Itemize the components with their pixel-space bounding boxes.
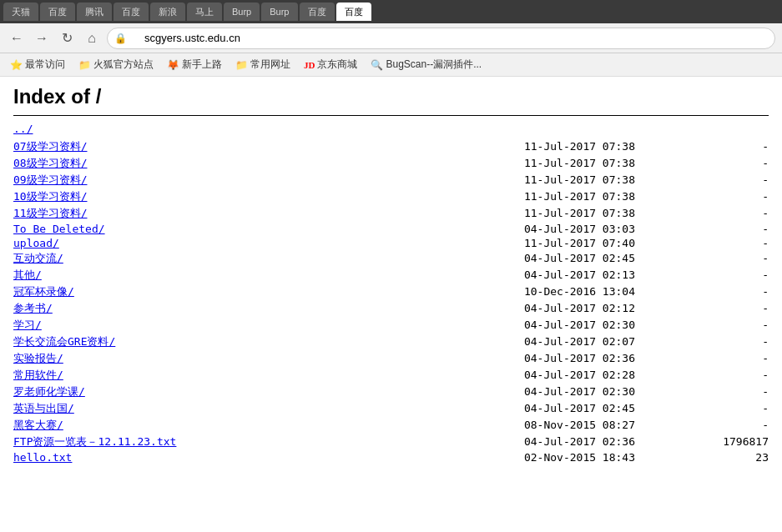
- tab-tencent[interactable]: 腾讯: [77, 3, 112, 21]
- bookmark-jd[interactable]: JD 京东商城: [300, 56, 361, 73]
- tab-burp2[interactable]: Burp: [261, 3, 297, 21]
- file-size: -: [702, 269, 769, 281]
- bookmarks-bar: ⭐ 最常访问 📁 火狐官方站点 🦊 新手上路 📁 常用网址 JD 京东商城 🔍 …: [0, 53, 782, 77]
- bookmark-bugscan[interactable]: 🔍 BugScan--漏洞插件...: [367, 56, 485, 73]
- file-date: 11-Jul-2017 07:38: [197, 157, 702, 169]
- bookmark-zuichang[interactable]: ⭐ 最常访问: [7, 56, 68, 73]
- file-link[interactable]: 参考书/: [13, 301, 197, 316]
- tab-baidu2[interactable]: 百度: [114, 3, 149, 21]
- file-link[interactable]: hello.txt: [13, 451, 197, 464]
- divider: [13, 115, 769, 116]
- file-link[interactable]: 08级学习资料/: [13, 156, 197, 171]
- file-link[interactable]: 冠军杯录像/: [13, 284, 197, 299]
- list-item: To Be Deleted/04-Jul-2017 03:03-: [13, 222, 769, 236]
- file-size: 23: [702, 451, 769, 464]
- tab-tianmao[interactable]: 天猫: [3, 3, 38, 21]
- tab-baidu3[interactable]: 百度: [300, 3, 335, 21]
- tab-baidu1[interactable]: 百度: [40, 3, 75, 21]
- file-rows-container: 07级学习资料/11-Jul-2017 07:38-08级学习资料/11-Jul…: [13, 138, 769, 464]
- file-date: 04-Jul-2017 02:36: [197, 352, 702, 364]
- file-size: -: [702, 385, 769, 398]
- file-date: 11-Jul-2017 07:38: [197, 190, 702, 203]
- bookmark-firefox[interactable]: 📁 火狐官方站点: [75, 56, 157, 73]
- list-item: upload/11-Jul-2017 07:40-: [13, 236, 769, 250]
- file-date: 04-Jul-2017 02:30: [197, 319, 702, 331]
- file-link[interactable]: 学长交流会GRE资料/: [13, 334, 197, 349]
- bookmark-firefox-label: 火狐官方站点: [93, 58, 154, 72]
- list-item: 互动交流/04-Jul-2017 02:45-: [13, 250, 769, 267]
- list-item: hello.txt02-Nov-2015 18:4323: [13, 450, 769, 464]
- list-item: 08级学习资料/11-Jul-2017 07:38-: [13, 155, 769, 172]
- file-size: -: [702, 157, 769, 169]
- parent-link-row: ../: [13, 123, 769, 135]
- file-link[interactable]: upload/: [13, 237, 197, 249]
- file-link[interactable]: 11级学习资料/: [13, 206, 197, 221]
- address-input[interactable]: [131, 32, 766, 44]
- address-bar[interactable]: 🔒: [107, 28, 775, 49]
- file-size: -: [702, 173, 769, 186]
- bookmark-common-label: 常用网址: [250, 58, 290, 72]
- file-date: 04-Jul-2017 02:45: [197, 402, 702, 414]
- lock-icon: 🔒: [114, 33, 127, 44]
- file-date: 02-Nov-2015 18:43: [197, 451, 702, 464]
- forward-button[interactable]: →: [32, 28, 52, 48]
- file-link[interactable]: 英语与出国/: [13, 401, 197, 416]
- reload-button[interactable]: ↻: [57, 28, 77, 48]
- bookmark-newuser-label: 新手上路: [182, 58, 222, 72]
- file-link[interactable]: 常用软件/: [13, 368, 197, 383]
- file-size: -: [702, 252, 769, 264]
- tab-baidu4-active[interactable]: 百度: [336, 3, 371, 21]
- file-size: -: [702, 335, 769, 348]
- page-content: Index of / ../ 07级学习资料/11-Jul-2017 07:38…: [0, 77, 782, 532]
- tab-mashang[interactable]: 马上: [187, 3, 222, 21]
- file-link[interactable]: 09级学习资料/: [13, 173, 197, 188]
- list-item: 学习/04-Jul-2017 02:30-: [13, 317, 769, 334]
- list-item: 10级学习资料/11-Jul-2017 07:38-: [13, 188, 769, 205]
- file-date: 04-Jul-2017 02:07: [197, 335, 702, 348]
- file-link[interactable]: 罗老师化学课/: [13, 384, 197, 399]
- file-size: -: [702, 190, 769, 203]
- file-date: 08-Nov-2015 08:27: [197, 419, 702, 431]
- file-date: 04-Jul-2017 03:03: [197, 223, 702, 235]
- folder2-icon: 📁: [235, 59, 248, 71]
- list-item: 07级学习资料/11-Jul-2017 07:38-: [13, 138, 769, 155]
- file-link[interactable]: 07级学习资料/: [13, 139, 197, 154]
- file-size: 1796817: [702, 435, 769, 448]
- file-size: -: [702, 223, 769, 235]
- file-listing: ../ 07级学习资料/11-Jul-2017 07:38-08级学习资料/11…: [13, 123, 769, 464]
- file-date: 04-Jul-2017 02:12: [197, 302, 702, 314]
- bookmark-bugscan-label: BugScan--漏洞插件...: [386, 58, 482, 72]
- file-link[interactable]: 其他/: [13, 268, 197, 283]
- star-icon: ⭐: [10, 59, 23, 71]
- file-link[interactable]: FTP资源一览表－12.11.23.txt: [13, 434, 197, 449]
- file-link[interactable]: 学习/: [13, 318, 197, 333]
- file-link[interactable]: 实验报告/: [13, 351, 197, 366]
- file-link[interactable]: To Be Deleted/: [13, 223, 197, 235]
- list-item: 参考书/04-Jul-2017 02:12-: [13, 300, 769, 317]
- file-size: -: [702, 352, 769, 364]
- bookmark-newuser[interactable]: 🦊 新手上路: [164, 56, 225, 73]
- file-link[interactable]: 10级学习资料/: [13, 189, 197, 204]
- file-size: -: [702, 237, 769, 249]
- file-link[interactable]: 互动交流/: [13, 251, 197, 266]
- file-size: -: [702, 419, 769, 431]
- list-item: 学长交流会GRE资料/04-Jul-2017 02:07-: [13, 334, 769, 350]
- file-link[interactable]: 黑客大赛/: [13, 418, 197, 433]
- list-item: 黑客大赛/08-Nov-2015 08:27-: [13, 417, 769, 434]
- file-date: 04-Jul-2017 02:36: [197, 435, 702, 448]
- file-date: 11-Jul-2017 07:38: [197, 173, 702, 186]
- file-date: 11-Jul-2017 07:40: [197, 237, 702, 249]
- back-button[interactable]: ←: [7, 28, 27, 48]
- bookmark-zuichang-label: 最常访问: [25, 58, 65, 72]
- tab-burp1[interactable]: Burp: [224, 3, 260, 21]
- firefox-icon: 🦊: [167, 59, 179, 71]
- bookmark-common[interactable]: 📁 常用网址: [232, 56, 294, 73]
- list-item: 其他/04-Jul-2017 02:13-: [13, 267, 769, 284]
- file-size: -: [702, 140, 769, 153]
- parent-link[interactable]: ../: [13, 123, 33, 135]
- jd-icon: JD: [304, 60, 315, 70]
- tab-xinlang[interactable]: 新浪: [150, 3, 185, 21]
- home-button[interactable]: ⌂: [82, 28, 102, 48]
- file-size: -: [702, 207, 769, 219]
- search-icon: 🔍: [371, 59, 383, 71]
